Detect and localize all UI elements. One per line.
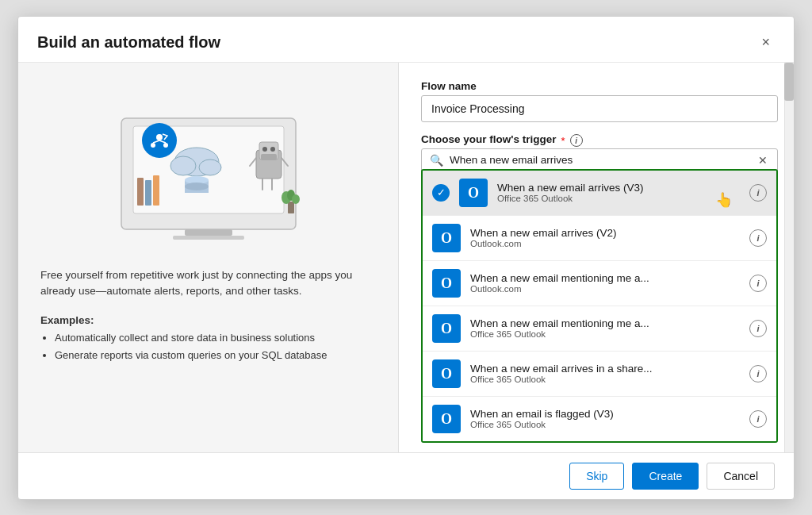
trigger-search-input[interactable]: [450, 154, 750, 166]
trigger-info-btn-2[interactable]: i: [749, 229, 767, 247]
svg-rect-15: [261, 154, 277, 160]
trigger-item-2[interactable]: O When a new email arrives (V2) Outlook.…: [423, 216, 776, 261]
build-automated-flow-dialog: Build an automated flow ×: [17, 16, 795, 500]
outlook-icon-5: O: [432, 359, 461, 388]
clear-search-icon[interactable]: ✕: [756, 154, 769, 167]
trigger-text-5: When a new email arrives in a share... O…: [470, 363, 740, 384]
trigger-text-4: When a new email mentioning me a... Offi…: [470, 317, 740, 339]
scrollbar-thumb[interactable]: [784, 63, 794, 101]
trigger-label-row: Choose your flow's trigger * i: [421, 133, 778, 148]
trigger-list-inner: ✓ O When a new email arrives (V3) Office…: [423, 171, 776, 441]
trigger-list: ✓ O When a new email arrives (V3) Office…: [421, 169, 778, 443]
trigger-name-5: When a new email arrives in a share...: [470, 363, 740, 375]
trigger-text-3: When a new email mentioning me a... Outl…: [470, 272, 740, 294]
trigger-source-4: Office 365 Outlook: [470, 329, 740, 339]
svg-point-13: [262, 147, 267, 152]
create-button[interactable]: Create: [632, 463, 699, 490]
trigger-info-btn-4[interactable]: i: [749, 320, 767, 337]
trigger-text-2: When a new email arrives (V2) Outlook.co…: [470, 227, 740, 248]
illustration: [40, 79, 376, 253]
trigger-text-6: When an email is flagged (V3) Office 365…: [470, 408, 740, 429]
example-item-1: Automatically collect and store data in …: [55, 329, 376, 347]
right-panel: Flow name Choose your flow's trigger * i…: [399, 63, 794, 452]
left-description: Free yourself from repetitive work just …: [40, 267, 376, 301]
trigger-text-1: When a new email arrives (V3) Office 365…: [497, 182, 740, 203]
dialog-header: Build an automated flow ×: [18, 17, 794, 63]
svg-point-14: [270, 147, 275, 152]
svg-point-28: [156, 134, 163, 140]
svg-point-29: [151, 143, 155, 148]
examples-list: Automatically collect and store data in …: [40, 329, 376, 364]
dialog-title: Build an automated flow: [37, 33, 220, 52]
trigger-name-6: When an email is flagged (V3): [470, 408, 740, 420]
trigger-name-2: When a new email arrives (V2): [470, 227, 740, 239]
trigger-name-3: When a new email mentioning me a...: [470, 272, 740, 284]
close-button[interactable]: ×: [756, 33, 775, 52]
selected-check-icon: ✓: [432, 184, 450, 202]
svg-rect-23: [288, 202, 294, 213]
svg-rect-20: [137, 178, 144, 206]
trigger-source-6: Office 365 Outlook: [470, 420, 740, 429]
left-panel: Free yourself from repetitive work just …: [18, 63, 399, 452]
trigger-source-1: Office 365 Outlook: [497, 194, 740, 203]
svg-point-26: [292, 194, 300, 204]
svg-rect-22: [153, 175, 159, 206]
example-item-2: Generate reports via custom queries on y…: [55, 347, 376, 364]
trigger-item-6[interactable]: O When an email is flagged (V3) Office 3…: [423, 397, 776, 441]
svg-point-5: [170, 156, 196, 175]
trigger-info-btn-1[interactable]: i: [749, 184, 767, 202]
svg-point-30: [163, 143, 168, 148]
required-star: *: [561, 135, 565, 147]
trigger-section: Choose your flow's trigger * i 🔍 ✕ ✓: [421, 133, 778, 443]
trigger-info-btn-6[interactable]: i: [749, 410, 767, 428]
svg-point-6: [199, 159, 221, 175]
outlook-icon-3: O: [432, 269, 461, 298]
svg-rect-21: [145, 180, 151, 206]
trigger-source-2: Outlook.com: [470, 239, 740, 248]
flow-name-input[interactable]: [421, 95, 778, 122]
trigger-name-1: When a new email arrives (V3): [497, 182, 740, 194]
outlook-icon-4: O: [432, 314, 461, 343]
trigger-item-5[interactable]: O When a new email arrives in a share...…: [423, 352, 776, 397]
trigger-name-4: When a new email mentioning me a...: [470, 317, 740, 329]
outlook-icon-1: O: [459, 179, 488, 207]
trigger-item-4[interactable]: O When a new email mentioning me a... Of…: [423, 306, 776, 352]
svg-rect-3: [173, 236, 244, 240]
trigger-info-btn-3[interactable]: i: [749, 275, 767, 292]
svg-point-10: [185, 183, 209, 190]
svg-rect-2: [185, 229, 232, 236]
outlook-icon-2: O: [432, 224, 461, 252]
dialog-body: Free yourself from repetitive work just …: [18, 63, 794, 452]
trigger-source-5: Office 365 Outlook: [470, 375, 740, 384]
flow-name-label: Flow name: [421, 80, 778, 92]
search-icon: 🔍: [430, 154, 443, 167]
outlook-icon-6: O: [432, 405, 461, 433]
trigger-info-icon[interactable]: i: [570, 134, 583, 147]
trigger-item-1[interactable]: ✓ O When a new email arrives (V3) Office…: [423, 171, 776, 216]
scrollbar-track[interactable]: [784, 63, 794, 452]
cancel-button[interactable]: Cancel: [707, 463, 775, 490]
examples-label: Examples:: [40, 314, 376, 326]
skip-button[interactable]: Skip: [569, 463, 624, 490]
trigger-info-btn-5[interactable]: i: [749, 365, 767, 382]
trigger-label: Choose your flow's trigger: [421, 133, 556, 145]
examples-section: Examples: Automatically collect and stor…: [40, 314, 376, 364]
trigger-source-3: Outlook.com: [470, 284, 740, 294]
flow-name-section: Flow name: [421, 80, 778, 122]
trigger-item-3[interactable]: O When a new email mentioning me a... Ou…: [423, 261, 776, 306]
dialog-footer: Skip Create Cancel: [18, 452, 794, 499]
